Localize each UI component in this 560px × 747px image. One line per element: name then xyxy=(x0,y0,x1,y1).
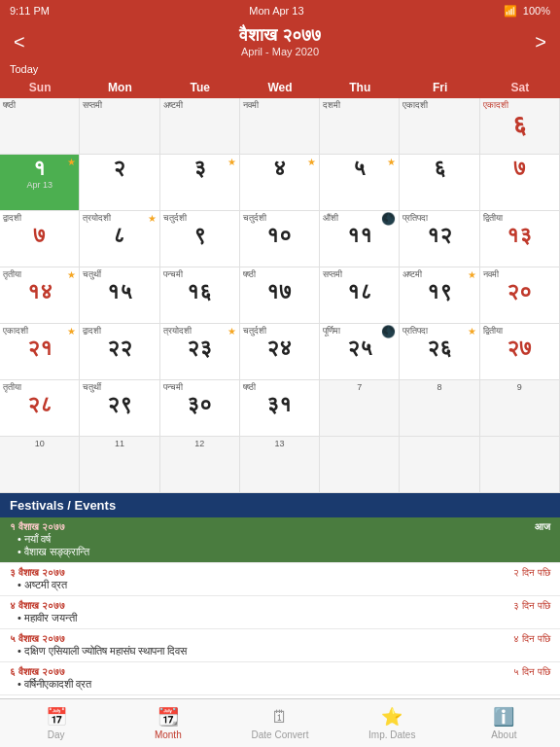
calendar-cell[interactable]: ७ xyxy=(480,155,560,211)
calendar-cell[interactable]: २ xyxy=(80,155,159,211)
tab-about[interactable]: ℹ️About xyxy=(448,699,560,747)
calendar-cell[interactable]: तृतीया२८ xyxy=(0,380,80,437)
day-header-thu: Thu xyxy=(320,77,400,98)
day-header-fri: Fri xyxy=(400,77,479,98)
status-bar: 9:11 PM Mon Apr 13 📶 100% xyxy=(0,0,560,21)
status-time: 9:11 PM xyxy=(10,5,50,17)
calendar-cell[interactable] xyxy=(320,437,400,493)
prev-month-button[interactable]: < xyxy=(4,26,35,56)
battery-icon: 100% xyxy=(523,5,550,17)
calendar-cell[interactable]: 10 xyxy=(0,437,80,493)
calendar-cell[interactable]: नवमी२० xyxy=(480,267,560,324)
day-headers: Sun Mon Tue Wed Thu Fri Sat xyxy=(0,77,560,98)
imp. dates-tab-icon: ⭐ xyxy=(381,706,402,728)
calendar-cell[interactable]: त्रयोदशी२३★ xyxy=(160,324,240,380)
about-tab-icon: ℹ️ xyxy=(493,706,514,728)
calendar-cell[interactable]: 7 xyxy=(320,380,400,437)
calendar-cell[interactable]: एकादशी६ xyxy=(480,98,560,155)
calendar-cell[interactable]: एकादशी xyxy=(400,98,479,155)
calendar-cell[interactable]: ४★ xyxy=(240,155,320,211)
calendar-cell[interactable]: चतुर्थी१५ xyxy=(80,267,159,324)
day-header-mon: Mon xyxy=(80,77,159,98)
calendar-cell[interactable]: षष्ठी३१ xyxy=(240,380,320,437)
calendar-cell[interactable]: चतुर्दशी२४ xyxy=(240,324,320,380)
tab-label: Date Convert xyxy=(252,729,309,740)
wifi-icon: 📶 xyxy=(504,5,517,18)
tab-label: Imp. Dates xyxy=(368,729,415,740)
calendar-cell[interactable]: प्रतिपदा२६★ xyxy=(400,324,479,380)
calendar-cell[interactable]: सप्तमी१८ xyxy=(320,267,400,324)
calendar-cell[interactable]: षष्ठी xyxy=(0,98,80,155)
calendar-cell[interactable]: 13 xyxy=(240,437,320,493)
calendar-cell[interactable]: पन्चमी३० xyxy=(160,380,240,437)
calendar-grid: षष्ठीसप्तमीअष्टमीनवमीदशमीएकादशीएकादशी६१A… xyxy=(0,98,560,493)
calendar-cell[interactable]: एकादशी२१★ xyxy=(0,324,80,380)
month-tab-icon: 📆 xyxy=(158,706,179,728)
calendar-cell[interactable] xyxy=(480,437,560,493)
calendar-cell[interactable]: षष्ठी१७ xyxy=(240,267,320,324)
calendar-cell[interactable]: तृतीया१४★ xyxy=(0,267,80,324)
calendar-cell[interactable]: प्रतिपदा१२ xyxy=(400,211,479,267)
calendar-cell[interactable]: द्वादशी७ xyxy=(0,211,80,267)
festival-item[interactable]: ३ वैशाख २०७७• अष्टमी व्रत२ दिन पछि xyxy=(0,563,560,596)
calendar-cell[interactable]: 12 xyxy=(160,437,240,493)
tab-label: Day xyxy=(48,729,65,740)
today-button[interactable]: Today xyxy=(0,61,560,77)
tab-imp.-dates[interactable]: ⭐Imp. Dates xyxy=(336,699,448,747)
status-day: Mon Apr 13 xyxy=(249,5,303,17)
calendar-cell[interactable]: 11 xyxy=(80,437,159,493)
day-header-sun: Sun xyxy=(0,77,80,98)
festival-item[interactable]: ६ वैशाख २०७७• वर्षिनीएकादशी व्रत५ दिन पछ… xyxy=(0,662,560,695)
main-content: < वैशाख २०७७ April - May 2020 > Today Su… xyxy=(0,21,560,698)
calendar-cell[interactable]: पूर्णिमा२५🌑 xyxy=(320,324,400,380)
next-month-button[interactable]: > xyxy=(525,26,556,56)
day-header-tue: Tue xyxy=(160,77,240,98)
festivals-section: Festivals / Events १ वैशाख २०७७• नयाँ वर… xyxy=(0,493,560,698)
calendar-cell[interactable]: द्वितीया१३ xyxy=(480,211,560,267)
calendar-cell[interactable]: सप्तमी xyxy=(80,98,159,155)
calendar-cell[interactable]: त्रयोदशी८★ xyxy=(80,211,159,267)
calendar-cell[interactable]: ६ xyxy=(400,155,479,211)
calendar-cell[interactable]: चतुर्दशी९ xyxy=(160,211,240,267)
calendar-cell[interactable] xyxy=(400,437,479,493)
calendar-cell[interactable]: चतुर्दशी१० xyxy=(240,211,320,267)
tab-bar: 📅Day📆Month🗓Date Convert⭐Imp. Datesℹ️Abou… xyxy=(0,698,560,747)
calendar-cell[interactable]: १Apr 13★ xyxy=(0,155,80,211)
tab-date-convert[interactable]: 🗓Date Convert xyxy=(224,699,335,747)
festival-item[interactable]: १ वैशाख २०७७• नयाँ वर्ष• वैशाख सङ्क्रान्… xyxy=(0,517,560,563)
calendar-cell[interactable]: नवमी xyxy=(240,98,320,155)
calendar-cell[interactable]: अष्टमी१९★ xyxy=(400,267,479,324)
festival-item[interactable]: ४ वैशाख २०७७• महावीर जयन्ती३ दिन पछि xyxy=(0,596,560,629)
calendar-cell[interactable]: औंशी११🌑 xyxy=(320,211,400,267)
tab-label: Month xyxy=(155,729,182,740)
day-header-sat: Sat xyxy=(480,77,560,98)
tab-day[interactable]: 📅Day xyxy=(0,699,112,747)
calendar-header: < वैशाख २०७७ April - May 2020 > xyxy=(0,21,560,61)
tab-label: About xyxy=(491,729,516,740)
month-subtitle: April - May 2020 xyxy=(39,46,521,57)
day-tab-icon: 📅 xyxy=(46,706,67,728)
calendar-cell[interactable]: ५★ xyxy=(320,155,400,211)
day-header-wed: Wed xyxy=(240,77,320,98)
date convert-tab-icon: 🗓 xyxy=(271,707,289,728)
calendar-cell[interactable]: पन्चमी१६ xyxy=(160,267,240,324)
festival-item[interactable]: ५ वैशाख २०७७• दक्षिण एसियाली ज्योतिष महा… xyxy=(0,629,560,662)
calendar-cell[interactable]: चतुर्थी२९ xyxy=(80,380,159,437)
calendar-cell[interactable]: ३★ xyxy=(160,155,240,211)
calendar-cell[interactable]: द्वादशी२२ xyxy=(80,324,159,380)
calendar-cell[interactable]: द्वितीया२७ xyxy=(480,324,560,380)
calendar-cell[interactable]: 9 xyxy=(480,380,560,437)
tab-month[interactable]: 📆Month xyxy=(112,699,224,747)
calendar-cell[interactable]: दशमी xyxy=(320,98,400,155)
festivals-header: Festivals / Events xyxy=(0,493,560,517)
calendar-cell[interactable]: अष्टमी xyxy=(160,98,240,155)
calendar-cell[interactable]: 8 xyxy=(400,380,479,437)
month-title: वैशाख २०७७ xyxy=(39,25,521,46)
festivals-list: १ वैशाख २०७७• नयाँ वर्ष• वैशाख सङ्क्रान्… xyxy=(0,517,560,698)
